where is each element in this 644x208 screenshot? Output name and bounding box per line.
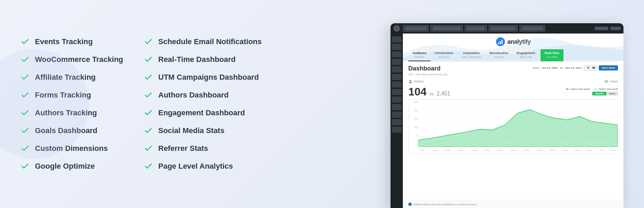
check-icon <box>144 55 153 64</box>
wp-admin-right <box>595 27 621 30</box>
dash-date-from-label: From: <box>533 66 540 69</box>
feature-item-authors-dashboard: Authors Dashboard <box>144 91 262 100</box>
dash-url: URL: http://admin.pk (Admin.pk) <box>408 73 447 76</box>
sidebar-item-block <box>392 36 401 42</box>
feature-item-schedule-email: Schedule Email Notifications <box>144 37 262 46</box>
visitors-compare: 2,451 <box>436 91 450 96</box>
dashboard-body: analytify AudienceOverviewConversionsAll… <box>391 34 623 208</box>
metrics-row: Visitors Views <box>408 79 618 83</box>
sidebar-item-block <box>392 66 401 73</box>
content-area: Events Tracking WooCommerce Tracking Aff… <box>0 0 644 208</box>
chart-yaxis: 250 200 150 100 50 0 <box>409 100 418 147</box>
sidebar-item-block <box>392 44 401 50</box>
wp-logo-icon <box>393 25 400 32</box>
feature-column-2: Schedule Email Notifications Real-Time D… <box>144 37 262 171</box>
feature-label: Schedule Email Notifications <box>158 37 262 46</box>
wp-admin-item <box>430 25 463 32</box>
views-icon <box>604 79 608 83</box>
dash-title-row: Dashboard URL: http://admin.pk (Admin.pk… <box>408 65 618 76</box>
nav-tab-monetisation[interactable]: MonetisationOverview <box>485 49 513 61</box>
main-content: analytify AudienceOverviewConversionsAll… <box>403 34 623 208</box>
wp-admin-item <box>465 25 487 32</box>
sidebar-item-block <box>392 74 401 80</box>
nav-tabs: AudienceOverviewConversionsAll eventsAcq… <box>408 49 618 62</box>
check-icon <box>144 162 153 171</box>
check-icon <box>144 37 153 46</box>
dash-title-section: Dashboard URL: http://admin.pk (Admin.pk… <box>408 65 447 76</box>
feature-item-engagement-dashboard: Engagement Dashboard <box>144 108 262 117</box>
feature-label: UTM Campaigns Dashboard <box>158 73 259 82</box>
chart-xaxis: 9-Nov 11-Nov 13-Nov 15-Nov 17-Nov 19-Nov… <box>418 147 618 154</box>
check-icon <box>144 108 153 117</box>
chart-area: 250 200 150 100 50 0 <box>408 99 618 154</box>
chart-legend: Visitors this month Visitors last month <box>566 88 618 90</box>
months-button[interactable]: Months <box>592 92 606 95</box>
chart-svg-container <box>418 100 618 147</box>
feature-item-google-optimize: Google Optimize <box>21 162 123 171</box>
sidebar-item-block <box>392 127 401 133</box>
wp-admin-right-bar <box>610 27 621 30</box>
visitors-vs: vs <box>430 92 434 96</box>
wp-admin-item <box>488 25 518 32</box>
dash-content: Dashboard URL: http://admin.pk (Admin.pk… <box>403 62 623 200</box>
check-icon <box>144 91 153 100</box>
dashboard-preview: analytify AudienceOverviewConversionsAll… <box>391 23 623 208</box>
feature-label: Google Optimize <box>35 162 95 171</box>
sidebar-item-block <box>392 119 401 125</box>
dash-title: Dashboard <box>408 65 447 72</box>
dash-date-to-label: To: <box>560 66 564 69</box>
feature-label: Page Level Analytics <box>158 162 233 171</box>
legend-dot-last-month <box>594 89 597 90</box>
feature-label: Referrer Stats <box>158 144 208 153</box>
date-select[interactable]: ▼ <box>584 65 597 71</box>
visitors-count-row: 104 vs 2,451 <box>408 86 450 97</box>
feature-label: Real-Time Dashboard <box>158 55 236 64</box>
dash-footer: i Detailed Visitors and Views breakdown … <box>403 200 623 208</box>
nav-tab-real-time[interactable]: Real-TimeLive Stats <box>541 49 564 61</box>
years-button[interactable]: Years <box>606 92 618 95</box>
nav-tab-acquisition[interactable]: AcquisitionGoals, Campaigns <box>457 49 485 61</box>
nav-tab-conversions[interactable]: ConversionsAll events <box>431 49 458 61</box>
nav-tab-audience[interactable]: AudienceOverview <box>408 49 431 61</box>
feature-item-utm-campaigns: UTM Campaigns Dashboard <box>144 73 262 82</box>
sidebar-item-block <box>392 81 401 88</box>
nav-tab-engagement[interactable]: EngagementWhat is this <box>512 49 539 61</box>
feature-item-realtime-dashboard: Real-Time Dashboard <box>144 55 262 64</box>
info-icon: i <box>408 203 412 206</box>
feature-item-page-level-analytics: Page Level Analytics <box>144 162 262 171</box>
sidebar-item-block <box>392 59 401 65</box>
feature-label: Events Tracking <box>35 37 93 46</box>
visitors-metric-label: Visitors <box>408 79 424 83</box>
sidebar <box>391 34 403 208</box>
feature-item-social-media-stats: Social Media Stats <box>144 126 262 135</box>
legend-last-month: Visitors last month <box>594 88 618 90</box>
visitors-icon <box>408 79 412 83</box>
check-icon <box>144 144 153 153</box>
wp-admin-items <box>403 25 592 32</box>
sidebar-item-block <box>392 89 401 95</box>
view-stats-button[interactable]: View Stats <box>599 65 618 70</box>
dash-date-from: Oct 24, 2020 <box>542 66 558 69</box>
check-icon <box>144 73 153 82</box>
sidebar-item-block <box>392 104 401 110</box>
chart-controls: Visitors this month Visitors last month … <box>566 88 618 95</box>
sidebar-item-block <box>392 51 401 57</box>
sidebar-item-block <box>392 112 401 118</box>
feature-item-events-tracking: Events Tracking <box>21 37 123 46</box>
wp-admin-item <box>403 25 429 32</box>
views-metric-label: Views <box>604 79 618 83</box>
analytify-header: analytify AudienceOverviewConversionsAll… <box>403 34 623 62</box>
svg-point-7 <box>606 81 607 82</box>
svg-point-5 <box>410 80 411 81</box>
check-icon <box>21 37 29 46</box>
dash-date-row: From: Oct 24, 2020 To: Nov 24, 2021 ▼ Vi… <box>533 65 618 71</box>
wp-admin-item <box>519 25 545 32</box>
check-icon <box>144 126 153 135</box>
legend-dot-this-month <box>566 89 569 90</box>
feature-label: Engagement Dashboard <box>158 108 245 117</box>
feature-label: Authors Dashboard <box>158 91 228 100</box>
sidebar-item-block <box>392 96 401 103</box>
dash-footer-text: Detailed Visitors and Views breakdown in… <box>413 203 477 206</box>
dash-date-to: Nov 24, 2021 <box>566 66 582 69</box>
legend-this-month: Visitors this month <box>566 88 590 90</box>
